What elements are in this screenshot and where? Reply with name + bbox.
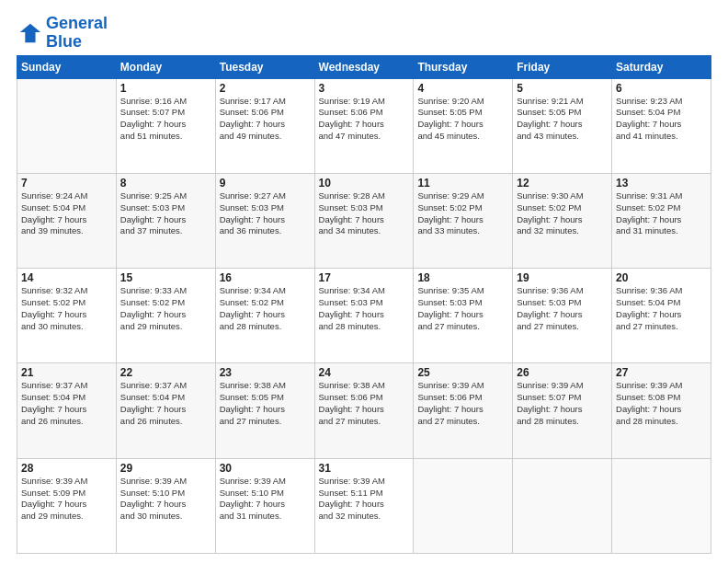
calendar-cell: 12Sunrise: 9:30 AM Sunset: 5:02 PM Dayli… bbox=[513, 173, 612, 268]
calendar-day-header: Tuesday bbox=[215, 55, 314, 78]
day-info: Sunrise: 9:39 AM Sunset: 5:08 PM Dayligh… bbox=[616, 380, 707, 427]
calendar-cell: 30Sunrise: 9:39 AM Sunset: 5:10 PM Dayli… bbox=[215, 458, 314, 553]
calendar-week-row: 7Sunrise: 9:24 AM Sunset: 5:04 PM Daylig… bbox=[17, 173, 711, 268]
calendar-cell: 24Sunrise: 9:38 AM Sunset: 5:06 PM Dayli… bbox=[314, 363, 414, 458]
calendar-cell: 15Sunrise: 9:33 AM Sunset: 5:02 PM Dayli… bbox=[116, 269, 215, 363]
calendar-day-header: Thursday bbox=[414, 55, 513, 78]
calendar-day-header: Monday bbox=[116, 55, 215, 78]
day-number: 29 bbox=[120, 462, 211, 475]
day-number: 17 bbox=[319, 271, 410, 284]
day-info: Sunrise: 9:23 AM Sunset: 5:04 PM Dayligh… bbox=[616, 96, 707, 143]
day-number: 4 bbox=[417, 82, 508, 95]
calendar-cell: 29Sunrise: 9:39 AM Sunset: 5:10 PM Dayli… bbox=[116, 458, 215, 553]
day-number: 22 bbox=[120, 366, 211, 379]
calendar-cell: 28Sunrise: 9:39 AM Sunset: 5:09 PM Dayli… bbox=[17, 458, 117, 553]
day-info: Sunrise: 9:36 AM Sunset: 5:03 PM Dayligh… bbox=[517, 285, 608, 332]
day-info: Sunrise: 9:39 AM Sunset: 5:06 PM Dayligh… bbox=[417, 380, 508, 427]
day-info: Sunrise: 9:35 AM Sunset: 5:03 PM Dayligh… bbox=[417, 285, 508, 332]
calendar-cell: 27Sunrise: 9:39 AM Sunset: 5:08 PM Dayli… bbox=[612, 363, 711, 458]
day-number: 20 bbox=[616, 271, 707, 284]
day-number: 25 bbox=[417, 366, 508, 379]
calendar-cell: 25Sunrise: 9:39 AM Sunset: 5:06 PM Dayli… bbox=[414, 363, 513, 458]
calendar-cell: 22Sunrise: 9:37 AM Sunset: 5:04 PM Dayli… bbox=[116, 363, 215, 458]
day-number: 18 bbox=[417, 271, 508, 284]
day-info: Sunrise: 9:29 AM Sunset: 5:02 PM Dayligh… bbox=[417, 190, 508, 237]
calendar-cell bbox=[414, 458, 513, 553]
day-info: Sunrise: 9:21 AM Sunset: 5:05 PM Dayligh… bbox=[517, 96, 608, 143]
calendar-day-header: Sunday bbox=[17, 55, 117, 78]
calendar-table: SundayMondayTuesdayWednesdayThursdayFrid… bbox=[17, 55, 711, 554]
calendar-cell: 1Sunrise: 9:16 AM Sunset: 5:07 PM Daylig… bbox=[116, 78, 215, 173]
calendar-cell: 9Sunrise: 9:27 AM Sunset: 5:03 PM Daylig… bbox=[215, 173, 314, 268]
calendar-cell: 26Sunrise: 9:39 AM Sunset: 5:07 PM Dayli… bbox=[513, 363, 612, 458]
header: General Blue bbox=[17, 15, 711, 52]
day-info: Sunrise: 9:34 AM Sunset: 5:03 PM Dayligh… bbox=[319, 285, 410, 332]
day-number: 14 bbox=[21, 271, 112, 284]
day-info: Sunrise: 9:25 AM Sunset: 5:03 PM Dayligh… bbox=[120, 190, 211, 237]
day-number: 3 bbox=[319, 82, 410, 95]
calendar-cell: 5Sunrise: 9:21 AM Sunset: 5:05 PM Daylig… bbox=[513, 78, 612, 173]
day-info: Sunrise: 9:33 AM Sunset: 5:02 PM Dayligh… bbox=[120, 285, 211, 332]
day-info: Sunrise: 9:39 AM Sunset: 5:10 PM Dayligh… bbox=[120, 476, 211, 523]
day-info: Sunrise: 9:36 AM Sunset: 5:04 PM Dayligh… bbox=[616, 285, 707, 332]
day-info: Sunrise: 9:17 AM Sunset: 5:06 PM Dayligh… bbox=[220, 96, 311, 143]
calendar-day-header: Wednesday bbox=[314, 55, 414, 78]
calendar-cell: 19Sunrise: 9:36 AM Sunset: 5:03 PM Dayli… bbox=[513, 269, 612, 363]
day-info: Sunrise: 9:19 AM Sunset: 5:06 PM Dayligh… bbox=[319, 96, 410, 143]
logo-icon bbox=[17, 20, 42, 46]
calendar-cell: 2Sunrise: 9:17 AM Sunset: 5:06 PM Daylig… bbox=[215, 78, 314, 173]
calendar-week-row: 14Sunrise: 9:32 AM Sunset: 5:02 PM Dayli… bbox=[17, 269, 711, 363]
day-number: 15 bbox=[120, 271, 211, 284]
day-info: Sunrise: 9:37 AM Sunset: 5:04 PM Dayligh… bbox=[120, 380, 211, 427]
calendar-cell: 8Sunrise: 9:25 AM Sunset: 5:03 PM Daylig… bbox=[116, 173, 215, 268]
calendar-cell: 23Sunrise: 9:38 AM Sunset: 5:05 PM Dayli… bbox=[215, 363, 314, 458]
day-number: 23 bbox=[220, 366, 311, 379]
day-number: 24 bbox=[319, 366, 410, 379]
day-number: 9 bbox=[220, 177, 311, 190]
calendar-cell: 7Sunrise: 9:24 AM Sunset: 5:04 PM Daylig… bbox=[17, 173, 117, 268]
day-info: Sunrise: 9:30 AM Sunset: 5:02 PM Dayligh… bbox=[517, 190, 608, 237]
day-info: Sunrise: 9:16 AM Sunset: 5:07 PM Dayligh… bbox=[120, 96, 211, 143]
day-number: 21 bbox=[21, 366, 112, 379]
page-container: General Blue SundayMondayTuesdayWednesda… bbox=[0, 0, 728, 563]
day-number: 2 bbox=[220, 82, 311, 95]
logo: General Blue bbox=[17, 15, 108, 52]
calendar-cell: 6Sunrise: 9:23 AM Sunset: 5:04 PM Daylig… bbox=[612, 78, 711, 173]
day-number: 31 bbox=[319, 462, 410, 475]
day-info: Sunrise: 9:28 AM Sunset: 5:03 PM Dayligh… bbox=[319, 190, 410, 237]
day-info: Sunrise: 9:38 AM Sunset: 5:06 PM Dayligh… bbox=[319, 380, 410, 427]
calendar-day-header: Friday bbox=[513, 55, 612, 78]
calendar-cell: 13Sunrise: 9:31 AM Sunset: 5:02 PM Dayli… bbox=[612, 173, 711, 268]
day-number: 27 bbox=[616, 366, 707, 379]
day-number: 16 bbox=[220, 271, 311, 284]
day-info: Sunrise: 9:27 AM Sunset: 5:03 PM Dayligh… bbox=[220, 190, 311, 237]
day-number: 12 bbox=[517, 177, 608, 190]
calendar-cell: 17Sunrise: 9:34 AM Sunset: 5:03 PM Dayli… bbox=[314, 269, 414, 363]
calendar-cell: 16Sunrise: 9:34 AM Sunset: 5:02 PM Dayli… bbox=[215, 269, 314, 363]
calendar-cell bbox=[17, 78, 117, 173]
calendar-header-row: SundayMondayTuesdayWednesdayThursdayFrid… bbox=[17, 55, 711, 78]
day-info: Sunrise: 9:39 AM Sunset: 5:07 PM Dayligh… bbox=[517, 380, 608, 427]
day-number: 19 bbox=[517, 271, 608, 284]
day-info: Sunrise: 9:39 AM Sunset: 5:10 PM Dayligh… bbox=[220, 476, 311, 523]
calendar-cell: 20Sunrise: 9:36 AM Sunset: 5:04 PM Dayli… bbox=[612, 269, 711, 363]
day-info: Sunrise: 9:39 AM Sunset: 5:11 PM Dayligh… bbox=[319, 476, 410, 523]
day-info: Sunrise: 9:32 AM Sunset: 5:02 PM Dayligh… bbox=[21, 285, 112, 332]
day-number: 28 bbox=[21, 462, 112, 475]
day-number: 7 bbox=[21, 177, 112, 190]
day-number: 30 bbox=[220, 462, 311, 475]
day-number: 6 bbox=[616, 82, 707, 95]
calendar-cell: 31Sunrise: 9:39 AM Sunset: 5:11 PM Dayli… bbox=[314, 458, 414, 553]
day-info: Sunrise: 9:31 AM Sunset: 5:02 PM Dayligh… bbox=[616, 190, 707, 237]
calendar-cell: 18Sunrise: 9:35 AM Sunset: 5:03 PM Dayli… bbox=[414, 269, 513, 363]
calendar-week-row: 21Sunrise: 9:37 AM Sunset: 5:04 PM Dayli… bbox=[17, 363, 711, 458]
calendar-cell: 14Sunrise: 9:32 AM Sunset: 5:02 PM Dayli… bbox=[17, 269, 117, 363]
calendar-week-row: 1Sunrise: 9:16 AM Sunset: 5:07 PM Daylig… bbox=[17, 78, 711, 173]
calendar-cell: 3Sunrise: 9:19 AM Sunset: 5:06 PM Daylig… bbox=[314, 78, 414, 173]
calendar-cell: 10Sunrise: 9:28 AM Sunset: 5:03 PM Dayli… bbox=[314, 173, 414, 268]
day-info: Sunrise: 9:24 AM Sunset: 5:04 PM Dayligh… bbox=[21, 190, 112, 237]
day-info: Sunrise: 9:37 AM Sunset: 5:04 PM Dayligh… bbox=[21, 380, 112, 427]
day-number: 5 bbox=[517, 82, 608, 95]
day-number: 1 bbox=[120, 82, 211, 95]
calendar-cell: 11Sunrise: 9:29 AM Sunset: 5:02 PM Dayli… bbox=[414, 173, 513, 268]
